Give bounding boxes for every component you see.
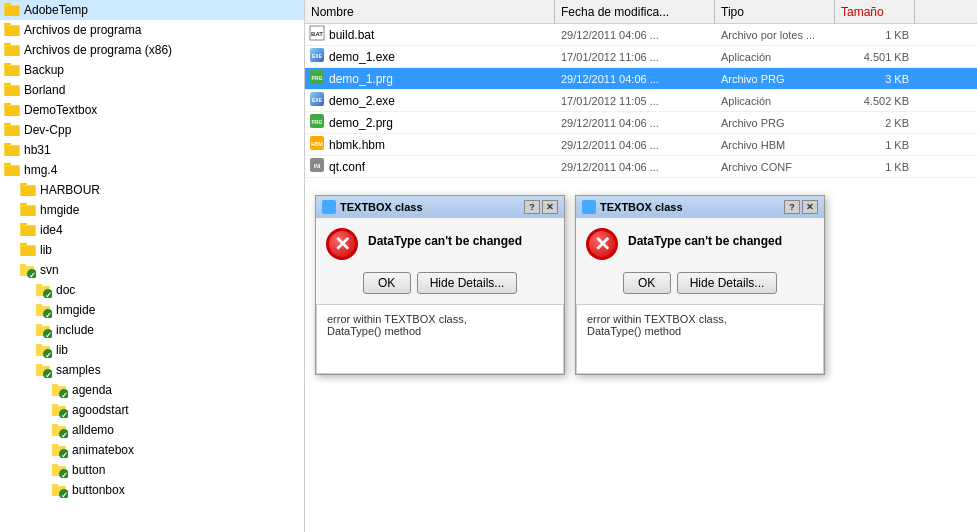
tree-item[interactable]: ✓ agenda [0, 380, 304, 400]
tree-item[interactable]: HARBOUR [0, 180, 304, 200]
tree-item-label: HARBOUR [40, 183, 100, 197]
dialog-dialog2[interactable]: TEXTBOX class ? ✕ ✕ DataType can't be ch… [575, 195, 825, 375]
folder-icon [4, 42, 20, 59]
file-icon: HBM [309, 135, 325, 154]
file-icon: PRG [309, 69, 325, 88]
tree-item[interactable]: hmgide [0, 200, 304, 220]
table-row[interactable]: HBMhbmk.hbm29/12/2011 04:06 ...Archivo H… [305, 134, 977, 156]
folder-icon [4, 62, 20, 79]
tree-item[interactable]: Borland [0, 80, 304, 100]
tree-item[interactable]: ✓ agoodstart [0, 400, 304, 420]
tree-item-label: Borland [24, 83, 65, 97]
file-tipo: Archivo PRG [715, 117, 835, 129]
file-tamano: 1 KB [835, 161, 915, 173]
dialog-close-button[interactable]: ✕ [542, 200, 558, 214]
svg-rect-23 [5, 106, 19, 115]
tree-item-label: hmg.4 [24, 163, 57, 177]
tree-item[interactable]: ✓ svn [0, 260, 304, 280]
table-row[interactable]: EXEdemo_1.exe17/01/2012 11:06 ...Aplicac… [305, 46, 977, 68]
tree-item[interactable]: ✓ doc [0, 280, 304, 300]
tree-item[interactable]: ide4 [0, 220, 304, 240]
folder-check-icon: ✓ [36, 302, 52, 318]
dialog-details: error within TEXTBOX class,DataType() me… [316, 304, 564, 374]
file-name: demo_1.exe [329, 50, 395, 64]
folder-check-icon: ✓ [36, 362, 52, 378]
dialog-close-button[interactable]: ✕ [802, 200, 818, 214]
svg-rect-11 [5, 46, 19, 55]
col-fecha[interactable]: Fecha de modifica... [555, 0, 715, 23]
dialog-dialog1[interactable]: TEXTBOX class ? ✕ ✕ DataType can't be ch… [315, 195, 565, 375]
file-tipo: Archivo por lotes ... [715, 29, 835, 41]
tree-item[interactable]: Archivos de programa (x86) [0, 40, 304, 60]
tree-item[interactable]: ✓ lib [0, 340, 304, 360]
folder-icon [4, 142, 20, 159]
tree-item[interactable]: lib [0, 240, 304, 260]
folder-icon [20, 242, 36, 259]
file-fecha: 29/12/2011 04:06 ... [555, 139, 715, 151]
dialog-body: ✕ DataType can't be changed OK Hide Deta… [576, 218, 824, 374]
tree-item[interactable]: Archivos de programa [0, 20, 304, 40]
svg-rect-85 [52, 424, 58, 428]
dialog-help-button[interactable]: ? [524, 200, 540, 214]
tree-item[interactable]: AdobeTemp [0, 0, 304, 20]
file-list-panel: Nombre Fecha de modifica... Tipo Tamaño … [305, 0, 977, 532]
folder-icon [4, 2, 20, 19]
tree-item[interactable]: DemoTextbox [0, 100, 304, 120]
tree-item[interactable]: ✓ animatebox [0, 440, 304, 460]
svg-text:✓: ✓ [61, 491, 68, 498]
folder-icon [4, 102, 20, 119]
tree-item[interactable]: ✓ hmgide [0, 300, 304, 320]
svg-rect-15 [5, 66, 19, 75]
dialog-error-row: ✕ DataType can't be changed [326, 228, 554, 260]
dialog-ok-button[interactable]: OK [623, 272, 671, 294]
table-row[interactable]: EXEdemo_2.exe17/01/2012 11:05 ...Aplicac… [305, 90, 977, 112]
svg-rect-47 [21, 226, 35, 235]
tree-item[interactable]: ✓ include [0, 320, 304, 340]
svg-rect-57 [36, 284, 42, 288]
dialog-ok-button[interactable]: OK [363, 272, 411, 294]
table-row[interactable]: BATbuild.bat29/12/2011 04:06 ...Archivo … [305, 24, 977, 46]
dialog-buttons: OK Hide Details... [586, 272, 814, 294]
folder-tree: AdobeTemp Archivos de programa Archivos … [0, 0, 305, 532]
error-icon: ✕ [326, 228, 358, 260]
tree-item[interactable]: ✓ samples [0, 360, 304, 380]
svg-text:✓: ✓ [45, 291, 52, 298]
col-nombre[interactable]: Nombre [305, 0, 555, 23]
svg-text:PRG: PRG [312, 75, 323, 81]
tree-item-label: hmgide [56, 303, 95, 317]
tree-item[interactable]: ✓ alldemo [0, 420, 304, 440]
file-icon: BAT [309, 25, 325, 44]
dialog-title-icon [322, 200, 336, 214]
tree-item[interactable]: ✓ buttonbox [0, 480, 304, 500]
tree-item[interactable]: hb31 [0, 140, 304, 160]
folder-icon [4, 82, 20, 99]
table-row[interactable]: PRGdemo_1.prg29/12/2011 04:06 ...Archivo… [305, 68, 977, 90]
file-tamano: 1 KB [835, 139, 915, 151]
tree-item[interactable]: Backup [0, 60, 304, 80]
svg-rect-19 [5, 86, 19, 95]
dialog-hide-button[interactable]: Hide Details... [417, 272, 518, 294]
tree-item-label: Archivos de programa [24, 23, 141, 37]
file-tipo: Archivo HBM [715, 139, 835, 151]
tree-item-label: include [56, 323, 94, 337]
tree-item[interactable]: ✓ button [0, 460, 304, 480]
svg-text:✓: ✓ [61, 391, 68, 398]
folder-check-icon: ✓ [20, 262, 36, 278]
col-tamano[interactable]: Tamaño [835, 0, 915, 23]
tree-item[interactable]: hmg.4 [0, 160, 304, 180]
file-fecha: 29/12/2011 04:06 ... [555, 161, 715, 173]
file-rows: BATbuild.bat29/12/2011 04:06 ...Archivo … [305, 24, 977, 178]
tree-item-label: ide4 [40, 223, 63, 237]
table-row[interactable]: PRGdemo_2.prg29/12/2011 04:06 ...Archivo… [305, 112, 977, 134]
dialog-hide-button[interactable]: Hide Details... [677, 272, 778, 294]
table-row[interactable]: INIqt.conf29/12/2011 04:06 ...Archivo CO… [305, 156, 977, 178]
file-icon: EXE [309, 47, 325, 66]
col-tipo[interactable]: Tipo [715, 0, 835, 23]
tree-item[interactable]: Dev-Cpp [0, 120, 304, 140]
file-name: build.bat [329, 28, 374, 42]
tree-item-label: button [72, 463, 105, 477]
svg-text:✓: ✓ [61, 471, 68, 478]
svg-text:✓: ✓ [45, 331, 52, 338]
dialog-help-button[interactable]: ? [784, 200, 800, 214]
svg-rect-3 [5, 6, 19, 15]
